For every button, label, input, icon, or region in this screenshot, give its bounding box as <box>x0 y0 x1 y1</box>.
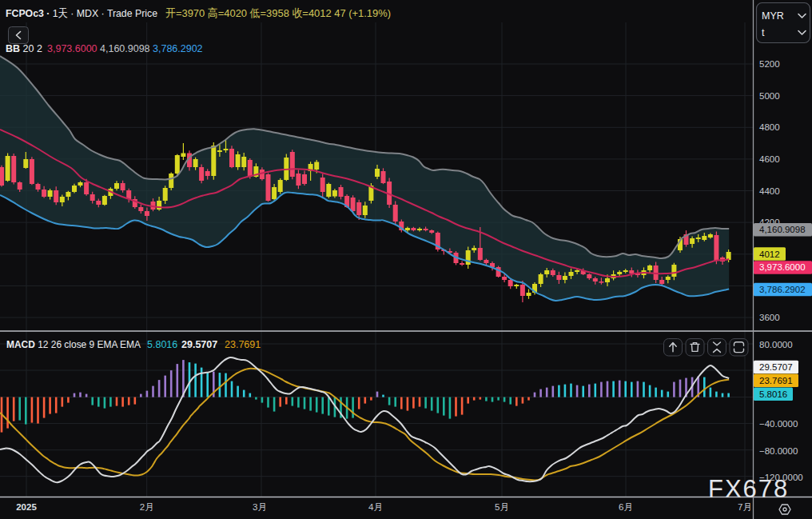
svg-text:5200: 5200 <box>759 59 780 69</box>
svg-text:MACD 12 26 close 9 EMA EMA: MACD 12 26 close 9 EMA EMA <box>6 339 141 350</box>
svg-text:−40.0000: −40.0000 <box>759 419 798 429</box>
svg-text:29.5707: 29.5707 <box>181 339 217 350</box>
svg-text:23.7691: 23.7691 <box>225 339 261 350</box>
svg-text:7月: 7月 <box>738 502 752 512</box>
svg-text:3600: 3600 <box>759 313 780 322</box>
svg-text:开=3970 高=4020 低=3958 收=4012 47: 开=3970 高=4020 低=3958 收=4012 47 (+1.19%) <box>165 7 391 19</box>
svg-text:4月: 4月 <box>368 502 383 512</box>
svg-text:FCPOc3 · 1天 · MDX · Trade Pric: FCPOc3 · 1天 · MDX · Trade Price <box>6 7 157 19</box>
svg-text:4012: 4012 <box>759 250 780 259</box>
svg-text:BB 20 2: BB 20 2 <box>6 43 42 54</box>
svg-text:5月: 5月 <box>495 502 509 512</box>
svg-text:4600: 4600 <box>759 154 780 164</box>
svg-text:FX678: FX678 <box>708 475 789 503</box>
svg-text:23.7691: 23.7691 <box>759 376 793 385</box>
svg-text:5000: 5000 <box>759 91 780 101</box>
svg-text:4400: 4400 <box>759 186 780 196</box>
svg-text:3,973.6000: 3,973.6000 <box>759 262 806 272</box>
svg-text:6月: 6月 <box>619 502 633 512</box>
svg-text:5.8016: 5.8016 <box>147 339 177 350</box>
svg-text:t: t <box>762 27 765 38</box>
svg-text:4,160.9098: 4,160.9098 <box>759 225 806 234</box>
svg-text:3,786.2902: 3,786.2902 <box>153 43 203 54</box>
svg-text:3,973.6000: 3,973.6000 <box>47 43 98 54</box>
svg-text:80.0000: 80.0000 <box>759 340 793 349</box>
svg-text:4,160.9098: 4,160.9098 <box>100 43 150 54</box>
svg-text:2025: 2025 <box>16 502 37 512</box>
svg-text:3,786.2902: 3,786.2902 <box>759 285 806 294</box>
svg-text:5.8016: 5.8016 <box>759 389 787 399</box>
svg-text:3月: 3月 <box>253 502 267 512</box>
svg-text:−80.0000: −80.0000 <box>759 446 798 456</box>
svg-text:29.5707: 29.5707 <box>759 362 793 372</box>
svg-text:MYR: MYR <box>762 10 784 22</box>
svg-text:2月: 2月 <box>140 502 154 512</box>
svg-text:4800: 4800 <box>759 122 780 132</box>
